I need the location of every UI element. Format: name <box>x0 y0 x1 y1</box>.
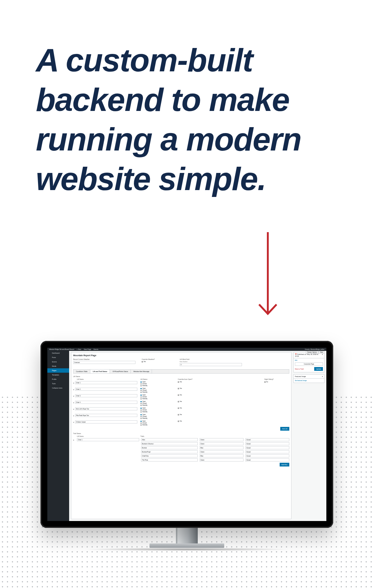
trail-status-select[interactable]: Closed <box>245 438 289 441</box>
update-button[interactable]: Update <box>314 367 323 371</box>
label-override-weather: Override Weather? <box>142 358 155 360</box>
radio-open[interactable] <box>140 414 142 415</box>
lift-status-radios: OpenClosedStandby <box>140 401 178 406</box>
trail-difficulty-select[interactable]: Green <box>200 450 244 453</box>
trail-name-input[interactable]: Bomber's Shortcut <box>141 442 198 445</box>
add-run-button[interactable]: Add Run <box>280 463 289 466</box>
trail-lift-name-input[interactable]: Chair 1 <box>77 438 139 441</box>
radio-open[interactable] <box>140 421 142 422</box>
tools-icon <box>49 383 51 385</box>
set-featured-image-link[interactable]: Set featured image <box>295 380 323 381</box>
radio-open[interactable] <box>140 388 142 389</box>
input-current-weather[interactable]: Overcast <box>73 361 135 364</box>
radio-label: Standby <box>142 411 148 413</box>
radio-closed[interactable] <box>140 409 142 411</box>
input-wind-hold[interactable]: 0 <box>180 363 242 366</box>
checkbox-label: No <box>266 381 268 383</box>
radio-closed[interactable] <box>140 416 142 417</box>
sidebar-item-profile[interactable]: Profile <box>47 377 69 381</box>
trail-difficulty-select[interactable]: Green <box>200 442 244 445</box>
featured-collapse-icon[interactable]: ▾ <box>322 375 323 377</box>
trail-status-select[interactable]: Closed <box>245 458 289 461</box>
lift-name-input[interactable]: Ski & Lift's Rope Tow <box>75 407 137 410</box>
lift-name-input[interactable]: Pika Peak Rope Tow <box>75 414 137 417</box>
lift-name-input[interactable]: Chair 2 <box>75 388 137 391</box>
checkbox-override-auto[interactable] <box>178 394 179 396</box>
lifts-list: ≡Chair 1OpenClosedStandbyYesNo≡Chair 2Op… <box>73 381 289 426</box>
checkbox-override-auto[interactable] <box>178 414 179 415</box>
adminbar-site-name[interactable]: Mission Ridge Ski and Board Resort <box>49 348 74 350</box>
radio-standby[interactable] <box>140 405 142 406</box>
sidebar-item-tools[interactable]: Tools <box>47 381 69 386</box>
checkbox-override-weather[interactable] <box>142 361 143 362</box>
adminbar-events[interactable]: Events <box>93 348 98 350</box>
override-auto-col: Yes <box>178 420 215 422</box>
sidebar-item-media[interactable]: Media <box>47 364 69 368</box>
publish-edit-link[interactable]: Edit <box>295 360 323 361</box>
checkbox-override-auto[interactable] <box>178 421 179 422</box>
adminbar-view-page[interactable]: View Page <box>84 348 91 350</box>
sidebar-item-posts[interactable]: Posts <box>47 355 69 360</box>
trail-status-select[interactable]: Closed <box>245 446 289 449</box>
screen-options-button[interactable]: Screen Options <box>306 351 319 354</box>
trail-name-input[interactable]: The Plute <box>141 458 198 461</box>
lift-status-header: Lift Status <box>73 375 289 377</box>
radio-standby[interactable] <box>140 398 142 399</box>
checkbox-override-auto[interactable] <box>178 401 179 402</box>
checkbox-override-auto[interactable] <box>178 408 179 409</box>
lift-row: ≡Ski & Lift's Rope TowOpenClosedStandbyY… <box>73 407 289 413</box>
label-override-yes: Yes <box>144 361 146 362</box>
radio-standby[interactable] <box>140 424 142 426</box>
radio-open[interactable] <box>140 408 142 409</box>
trail-difficulty-select[interactable]: Green <box>200 438 244 441</box>
publish-collapse-icon[interactable]: ▾ <box>322 353 323 357</box>
help-button[interactable]: Help <box>319 351 324 354</box>
radio-standby[interactable] <box>140 392 142 393</box>
radio-closed[interactable] <box>140 390 142 391</box>
trail-status-select[interactable]: Closed <box>245 450 289 453</box>
trail-status-select[interactable]: Closed <box>245 442 289 445</box>
wp-admin-bar[interactable]: Mission Ridge Ski and Board Resort + New… <box>47 348 326 351</box>
radio-standby[interactable] <box>140 385 142 386</box>
sidebar-item-events[interactable]: Events <box>47 360 69 364</box>
checkbox-night-skiing[interactable] <box>264 381 266 383</box>
radio-open[interactable] <box>140 401 142 402</box>
radio-standby[interactable] <box>140 411 142 413</box>
move-to-trash-link[interactable]: Move to Trash <box>295 368 304 370</box>
sidebar-item-dashboard[interactable]: Dashboard <box>47 351 69 355</box>
lift-name-input[interactable]: Chair 4 <box>75 401 137 404</box>
trail-name-input[interactable]: Alice <box>141 438 198 441</box>
radio-open[interactable] <box>140 394 142 396</box>
radio-closed[interactable] <box>140 396 142 398</box>
checkbox-override-auto[interactable] <box>178 388 179 389</box>
checkbox-override-auto[interactable] <box>178 381 179 383</box>
radio-open[interactable] <box>140 381 142 383</box>
trail-status-select[interactable]: Closed <box>245 454 289 457</box>
lift-name-input[interactable]: Chair 3 <box>75 394 137 397</box>
tab-conditions[interactable]: Conditions Table <box>73 370 90 373</box>
tab-offroad[interactable]: Off-Road/Parks Status <box>110 370 131 373</box>
tab-lift-trail[interactable]: Lift and Trail Status <box>90 370 110 373</box>
adminbar-howdy[interactable]: Howdy, MissionRidge_editor <box>305 348 324 350</box>
tab-alert[interactable]: Website Alert Message <box>131 370 152 373</box>
override-auto-col: Yes <box>178 388 215 389</box>
trail-name-input[interactable]: Chief/Chip <box>141 454 198 457</box>
trail-difficulty-select[interactable]: Blue <box>200 446 244 449</box>
add-lift-button[interactable]: Add Lift <box>280 427 289 431</box>
radio-closed[interactable] <box>140 423 142 424</box>
trail-difficulty-select[interactable]: Green <box>200 458 244 461</box>
adminbar-new[interactable]: + New <box>77 348 81 350</box>
trail-difficulty-select[interactable]: Blue <box>200 454 244 457</box>
radio-closed[interactable] <box>140 403 142 404</box>
customize-page-button[interactable]: Customize Page <box>295 362 323 366</box>
label-wind-sub: Enter Number <box>180 361 242 362</box>
radio-closed[interactable] <box>140 383 142 385</box>
sidebar-item-collapse[interactable]: Collapse menu <box>47 386 69 390</box>
lift-name-input[interactable]: Chair 1 <box>75 381 137 384</box>
radio-standby[interactable] <box>140 418 142 419</box>
trail-name-input[interactable]: Bomber/Pugh <box>141 450 198 453</box>
sidebar-item-pages[interactable]: Pages <box>47 368 69 373</box>
trail-name-input[interactable]: Bomber <box>141 446 198 449</box>
sidebar-item-templates[interactable]: Templates <box>47 373 69 377</box>
lift-name-input[interactable]: Chicken Carpet <box>75 420 137 423</box>
